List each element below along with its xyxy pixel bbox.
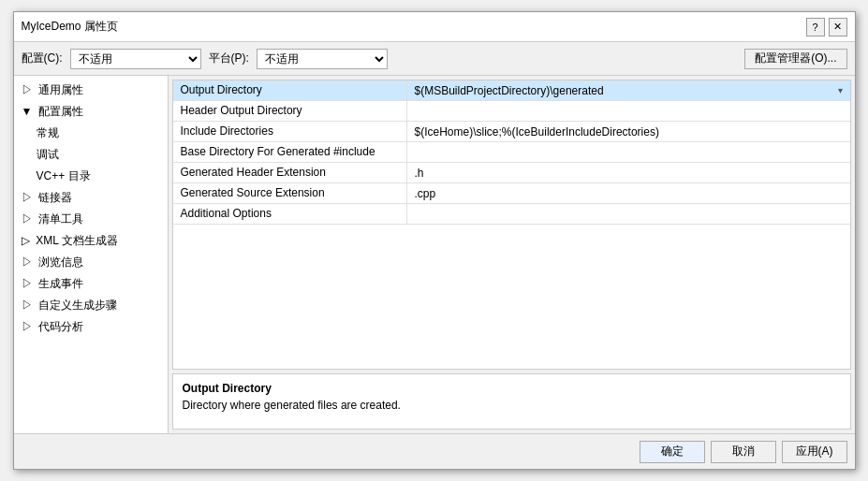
prop-row-source-ext[interactable]: Generated Source Extension .cpp bbox=[173, 183, 850, 204]
prop-name-include-dirs: Include Directories bbox=[173, 122, 407, 141]
help-button[interactable]: ? bbox=[806, 18, 825, 36]
prop-value-source-ext-text: .cpp bbox=[415, 187, 436, 200]
prop-name-header-output-dir: Header Output Directory bbox=[173, 101, 407, 121]
prop-value-base-dir bbox=[407, 142, 850, 162]
prop-row-base-dir[interactable]: Base Directory For Generated #include bbox=[173, 142, 850, 163]
prop-name-header-ext: Generated Header Extension bbox=[173, 163, 407, 182]
prop-value-output-dir: $(MSBuildProjectDirectory)\generated ▾ bbox=[407, 80, 850, 100]
sidebar-item-config-label: ▼ 配置属性 bbox=[22, 104, 84, 120]
sidebar-item-customstep[interactable]: ▷ 自定义生成步骤 bbox=[14, 295, 168, 316]
sidebar-item-linker-label: ▷ 链接器 bbox=[22, 190, 73, 206]
properties-table: Output Directory $(MSBuildProjectDirecto… bbox=[172, 80, 851, 370]
sidebar-item-xmlgen-label: ▷ XML 文档生成器 bbox=[22, 233, 118, 249]
prop-value-include-dirs-text: $(IceHome)\slice;%(IceBuilderIncludeDire… bbox=[415, 125, 659, 138]
description-text: Directory where generated files are crea… bbox=[183, 399, 841, 412]
prop-value-additional-opts bbox=[407, 204, 850, 224]
title-bar: MyIceDemo 属性页 ? ✕ bbox=[14, 12, 855, 42]
title-bar-buttons: ? ✕ bbox=[806, 18, 847, 36]
right-panel: Output Directory $(MSBuildProjectDirecto… bbox=[169, 76, 855, 433]
sidebar-item-linker[interactable]: ▷ 链接器 bbox=[14, 187, 168, 209]
config-manager-button[interactable]: 配置管理器(O)... bbox=[744, 49, 846, 69]
sidebar-item-buildevents[interactable]: ▷ 生成事件 bbox=[14, 273, 168, 295]
sidebar-item-customstep-label: ▷ 自定义生成步骤 bbox=[22, 298, 118, 313]
properties-dialog: MyIceDemo 属性页 ? ✕ 配置(C): 不适用 平台(P): 不适用 … bbox=[13, 11, 856, 470]
prop-value-header-ext: .h bbox=[407, 163, 850, 182]
sidebar-item-cleantool[interactable]: ▷ 清单工具 bbox=[14, 209, 168, 230]
config-label: 配置(C): bbox=[22, 51, 63, 66]
dropdown-arrow-icon[interactable]: ▾ bbox=[838, 85, 843, 95]
sidebar-item-browser[interactable]: ▷ 浏览信息 bbox=[14, 252, 168, 273]
sidebar-item-cleantool-label: ▷ 清单工具 bbox=[22, 211, 84, 227]
prop-value-source-ext: .cpp bbox=[407, 183, 850, 203]
prop-value-header-ext-text: .h bbox=[415, 167, 424, 180]
platform-select[interactable]: 不适用 bbox=[257, 49, 388, 69]
prop-value-output-dir-text: $(MSBuildProjectDirectory)\generated bbox=[415, 84, 604, 97]
sidebar: ▷ 通用属性 ▼ 配置属性 常规 调试 VC++ 目录 ▷ 链接器 ▷ 清单工具… bbox=[14, 76, 169, 433]
close-button[interactable]: ✕ bbox=[829, 18, 847, 36]
dialog-title: MyIceDemo 属性页 bbox=[22, 19, 118, 35]
description-panel: Output Directory Directory where generat… bbox=[172, 373, 851, 430]
sidebar-item-codeanalysis-label: ▷ 代码分析 bbox=[22, 319, 84, 335]
sidebar-item-config[interactable]: ▼ 配置属性 bbox=[14, 101, 168, 123]
apply-button[interactable]: 应用(A) bbox=[782, 441, 847, 463]
sidebar-item-buildevents-label: ▷ 生成事件 bbox=[22, 276, 84, 292]
sidebar-item-normal-label: 常规 bbox=[37, 125, 59, 141]
sidebar-item-browser-label: ▷ 浏览信息 bbox=[22, 255, 84, 270]
sidebar-item-vcpp-label: VC++ 目录 bbox=[37, 168, 91, 184]
sidebar-item-common-label: ▷ 通用属性 bbox=[22, 82, 84, 98]
prop-row-header-output-dir[interactable]: Header Output Directory bbox=[173, 101, 850, 122]
prop-value-include-dirs: $(IceHome)\slice;%(IceBuilderIncludeDire… bbox=[407, 122, 850, 141]
sidebar-item-xmlgen[interactable]: ▷ XML 文档生成器 bbox=[14, 230, 168, 252]
description-title: Output Directory bbox=[183, 382, 841, 395]
prop-row-header-ext[interactable]: Generated Header Extension .h bbox=[173, 163, 850, 183]
toolbar: 配置(C): 不适用 平台(P): 不适用 配置管理器(O)... bbox=[14, 42, 855, 76]
sidebar-item-normal[interactable]: 常规 bbox=[14, 123, 168, 144]
sidebar-item-debug-label: 调试 bbox=[37, 147, 59, 163]
cancel-button[interactable]: 取消 bbox=[711, 441, 776, 463]
prop-row-output-dir[interactable]: Output Directory $(MSBuildProjectDirecto… bbox=[173, 80, 850, 101]
sidebar-item-codeanalysis[interactable]: ▷ 代码分析 bbox=[14, 316, 168, 338]
prop-value-header-output-dir bbox=[407, 101, 850, 121]
main-content: ▷ 通用属性 ▼ 配置属性 常规 调试 VC++ 目录 ▷ 链接器 ▷ 清单工具… bbox=[14, 76, 855, 433]
prop-name-base-dir: Base Directory For Generated #include bbox=[173, 142, 407, 162]
ok-button[interactable]: 确定 bbox=[640, 441, 705, 463]
sidebar-item-common[interactable]: ▷ 通用属性 bbox=[14, 80, 168, 101]
sidebar-item-debug[interactable]: 调试 bbox=[14, 144, 168, 166]
bottom-bar: 确定 取消 应用(A) bbox=[14, 433, 855, 469]
prop-row-include-dirs[interactable]: Include Directories $(IceHome)\slice;%(I… bbox=[173, 122, 850, 142]
prop-name-source-ext: Generated Source Extension bbox=[173, 183, 407, 203]
config-select[interactable]: 不适用 bbox=[70, 49, 201, 69]
platform-label: 平台(P): bbox=[209, 51, 249, 66]
prop-row-additional-opts[interactable]: Additional Options bbox=[173, 204, 850, 225]
sidebar-item-vcpp[interactable]: VC++ 目录 bbox=[14, 166, 168, 187]
prop-name-output-dir: Output Directory bbox=[173, 80, 407, 100]
prop-name-additional-opts: Additional Options bbox=[173, 204, 407, 224]
